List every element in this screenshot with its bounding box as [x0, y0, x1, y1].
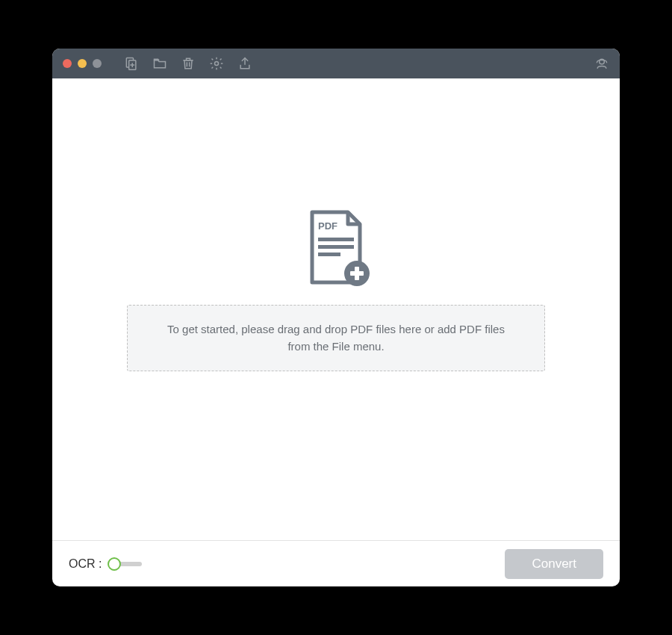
minimize-window-button[interactable]: [78, 59, 87, 68]
app-window: PDF To get started, please drag and drop…: [52, 49, 620, 586]
footer: OCR : Convert: [52, 540, 620, 586]
ocr-label: OCR :: [69, 557, 102, 571]
export-icon[interactable]: [237, 56, 252, 71]
window-controls: [63, 59, 102, 68]
main-content: PDF To get started, please drag and drop…: [52, 78, 620, 540]
add-file-icon[interactable]: [124, 56, 139, 71]
convert-button[interactable]: Convert: [505, 549, 603, 579]
svg-point-6: [215, 62, 219, 66]
pdf-badge-label: PDF: [318, 220, 337, 232]
titlebar: [52, 49, 620, 78]
dropzone-message: To get started, please drag and drop PDF…: [158, 320, 514, 356]
pdf-add-icon[interactable]: PDF: [299, 209, 373, 291]
settings-icon[interactable]: [209, 56, 224, 71]
dropzone[interactable]: To get started, please drag and drop PDF…: [127, 305, 545, 371]
support-icon[interactable]: [594, 56, 609, 71]
svg-rect-13: [350, 271, 364, 276]
ocr-group: OCR :: [69, 557, 142, 572]
svg-rect-8: [318, 238, 354, 241]
folder-icon[interactable]: [152, 56, 167, 71]
ocr-toggle[interactable]: [108, 557, 142, 572]
close-window-button[interactable]: [63, 59, 72, 68]
trash-icon[interactable]: [181, 56, 196, 71]
svg-rect-10: [318, 253, 340, 256]
svg-rect-9: [318, 245, 354, 249]
toolbar: [124, 56, 252, 71]
zoom-window-button[interactable]: [93, 59, 102, 68]
